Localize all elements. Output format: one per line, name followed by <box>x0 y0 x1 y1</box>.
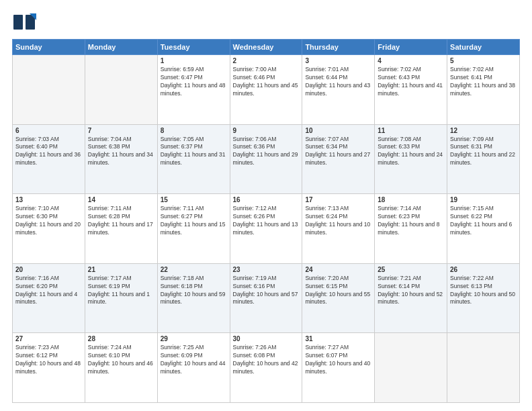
day-info: Sunrise: 7:21 AM Sunset: 6:14 PM Dayligh… <box>378 275 444 307</box>
calendar-cell: 30Sunrise: 7:26 AM Sunset: 6:08 PM Dayli… <box>230 333 302 403</box>
weekday-header-friday: Friday <box>375 40 447 55</box>
day-info: Sunrise: 7:25 AM Sunset: 6:09 PM Dayligh… <box>161 344 227 376</box>
logo <box>12 12 39 32</box>
day-info: Sunrise: 7:11 AM Sunset: 6:27 PM Dayligh… <box>161 205 227 237</box>
calendar-cell: 24Sunrise: 7:20 AM Sunset: 6:15 PM Dayli… <box>302 263 375 333</box>
day-info: Sunrise: 6:59 AM Sunset: 6:47 PM Dayligh… <box>161 66 227 98</box>
day-info: Sunrise: 7:16 AM Sunset: 6:20 PM Dayligh… <box>15 275 82 307</box>
day-info: Sunrise: 7:26 AM Sunset: 6:08 PM Dayligh… <box>233 344 300 376</box>
calendar-cell: 14Sunrise: 7:11 AM Sunset: 6:28 PM Dayli… <box>85 194 157 264</box>
calendar-cell: 4Sunrise: 7:02 AM Sunset: 6:43 PM Daylig… <box>375 55 447 125</box>
calendar-cell: 26Sunrise: 7:22 AM Sunset: 6:13 PM Dayli… <box>447 263 520 333</box>
day-number: 8 <box>161 127 227 134</box>
calendar-cell: 29Sunrise: 7:25 AM Sunset: 6:09 PM Dayli… <box>157 333 230 403</box>
calendar-cell: 11Sunrise: 7:08 AM Sunset: 6:33 PM Dayli… <box>375 124 447 194</box>
day-number: 2 <box>233 57 300 64</box>
weekday-header-row: SundayMondayTuesdayWednesdayThursdayFrid… <box>13 40 520 55</box>
day-info: Sunrise: 7:19 AM Sunset: 6:16 PM Dayligh… <box>233 275 300 307</box>
calendar-cell <box>375 333 447 403</box>
day-number: 24 <box>305 266 371 273</box>
weekday-header-wednesday: Wednesday <box>230 40 302 55</box>
day-number: 16 <box>233 196 300 203</box>
calendar-cell: 18Sunrise: 7:14 AM Sunset: 6:23 PM Dayli… <box>375 194 447 264</box>
day-info: Sunrise: 7:04 AM Sunset: 6:38 PM Dayligh… <box>88 136 154 168</box>
day-info: Sunrise: 7:14 AM Sunset: 6:23 PM Dayligh… <box>378 205 444 237</box>
day-info: Sunrise: 7:06 AM Sunset: 6:36 PM Dayligh… <box>233 136 300 168</box>
day-info: Sunrise: 7:27 AM Sunset: 6:07 PM Dayligh… <box>305 344 371 376</box>
calendar-cell: 2Sunrise: 7:00 AM Sunset: 6:46 PM Daylig… <box>230 55 302 125</box>
calendar-cell: 21Sunrise: 7:17 AM Sunset: 6:19 PM Dayli… <box>85 263 157 333</box>
day-number: 7 <box>88 127 154 134</box>
weekday-header-monday: Monday <box>85 40 157 55</box>
day-number: 14 <box>88 196 154 203</box>
week-row-2: 6Sunrise: 7:03 AM Sunset: 6:40 PM Daylig… <box>13 124 520 194</box>
day-info: Sunrise: 7:13 AM Sunset: 6:24 PM Dayligh… <box>305 205 371 237</box>
day-info: Sunrise: 7:10 AM Sunset: 6:30 PM Dayligh… <box>15 205 82 237</box>
day-info: Sunrise: 7:01 AM Sunset: 6:44 PM Dayligh… <box>305 66 371 98</box>
day-info: Sunrise: 7:17 AM Sunset: 6:19 PM Dayligh… <box>88 275 154 307</box>
weekday-header-saturday: Saturday <box>447 40 520 55</box>
svg-rect-0 <box>13 15 23 30</box>
calendar-cell: 5Sunrise: 7:02 AM Sunset: 6:41 PM Daylig… <box>447 55 520 125</box>
calendar-cell: 1Sunrise: 6:59 AM Sunset: 6:47 PM Daylig… <box>157 55 230 125</box>
calendar-table: SundayMondayTuesdayWednesdayThursdayFrid… <box>12 39 520 403</box>
day-info: Sunrise: 7:23 AM Sunset: 6:12 PM Dayligh… <box>15 344 82 376</box>
calendar-cell: 27Sunrise: 7:23 AM Sunset: 6:12 PM Dayli… <box>13 333 85 403</box>
day-info: Sunrise: 7:11 AM Sunset: 6:28 PM Dayligh… <box>88 205 154 237</box>
calendar-cell: 9Sunrise: 7:06 AM Sunset: 6:36 PM Daylig… <box>230 124 302 194</box>
calendar-cell: 7Sunrise: 7:04 AM Sunset: 6:38 PM Daylig… <box>85 124 157 194</box>
day-number: 31 <box>305 335 371 342</box>
calendar-cell: 20Sunrise: 7:16 AM Sunset: 6:20 PM Dayli… <box>13 263 85 333</box>
calendar-cell: 31Sunrise: 7:27 AM Sunset: 6:07 PM Dayli… <box>302 333 375 403</box>
day-number: 1 <box>161 57 227 64</box>
day-info: Sunrise: 7:07 AM Sunset: 6:34 PM Dayligh… <box>305 136 371 168</box>
day-number: 30 <box>233 335 300 342</box>
day-info: Sunrise: 7:02 AM Sunset: 6:43 PM Dayligh… <box>378 66 444 98</box>
calendar-cell <box>13 55 85 125</box>
day-number: 28 <box>88 335 154 342</box>
day-number: 5 <box>450 57 517 64</box>
day-info: Sunrise: 7:18 AM Sunset: 6:18 PM Dayligh… <box>161 275 227 307</box>
calendar-page: SundayMondayTuesdayWednesdayThursdayFrid… <box>0 0 532 411</box>
calendar-cell: 12Sunrise: 7:09 AM Sunset: 6:31 PM Dayli… <box>447 124 520 194</box>
weekday-header-thursday: Thursday <box>302 40 375 55</box>
week-row-1: 1Sunrise: 6:59 AM Sunset: 6:47 PM Daylig… <box>13 55 520 125</box>
week-row-3: 13Sunrise: 7:10 AM Sunset: 6:30 PM Dayli… <box>13 194 520 264</box>
day-number: 4 <box>378 57 444 64</box>
calendar-cell <box>447 333 520 403</box>
weekday-header-tuesday: Tuesday <box>157 40 230 55</box>
weekday-header-sunday: Sunday <box>13 40 85 55</box>
svg-rect-2 <box>23 14 26 30</box>
calendar-cell: 17Sunrise: 7:13 AM Sunset: 6:24 PM Dayli… <box>302 194 375 264</box>
day-number: 11 <box>378 127 444 134</box>
calendar-cell <box>85 55 157 125</box>
day-info: Sunrise: 7:03 AM Sunset: 6:40 PM Dayligh… <box>15 136 82 168</box>
calendar-cell: 10Sunrise: 7:07 AM Sunset: 6:34 PM Dayli… <box>302 124 375 194</box>
calendar-cell: 6Sunrise: 7:03 AM Sunset: 6:40 PM Daylig… <box>13 124 85 194</box>
calendar-cell: 19Sunrise: 7:15 AM Sunset: 6:22 PM Dayli… <box>447 194 520 264</box>
day-info: Sunrise: 7:20 AM Sunset: 6:15 PM Dayligh… <box>305 275 371 307</box>
calendar-cell: 13Sunrise: 7:10 AM Sunset: 6:30 PM Dayli… <box>13 194 85 264</box>
day-number: 22 <box>161 266 227 273</box>
day-number: 6 <box>15 127 82 134</box>
day-info: Sunrise: 7:24 AM Sunset: 6:10 PM Dayligh… <box>88 344 154 376</box>
day-info: Sunrise: 7:05 AM Sunset: 6:37 PM Dayligh… <box>161 136 227 168</box>
day-info: Sunrise: 7:02 AM Sunset: 6:41 PM Dayligh… <box>450 66 517 98</box>
day-number: 29 <box>161 335 227 342</box>
day-number: 13 <box>15 196 82 203</box>
calendar-cell: 25Sunrise: 7:21 AM Sunset: 6:14 PM Dayli… <box>375 263 447 333</box>
week-row-4: 20Sunrise: 7:16 AM Sunset: 6:20 PM Dayli… <box>13 263 520 333</box>
day-number: 27 <box>15 335 82 342</box>
day-number: 19 <box>450 196 517 203</box>
day-number: 21 <box>88 266 154 273</box>
day-info: Sunrise: 7:00 AM Sunset: 6:46 PM Dayligh… <box>233 66 300 98</box>
day-number: 12 <box>450 127 517 134</box>
day-number: 26 <box>450 266 517 273</box>
day-number: 3 <box>305 57 371 64</box>
calendar-cell: 8Sunrise: 7:05 AM Sunset: 6:37 PM Daylig… <box>157 124 230 194</box>
day-number: 10 <box>305 127 371 134</box>
day-number: 23 <box>233 266 300 273</box>
header <box>12 12 520 32</box>
day-info: Sunrise: 7:12 AM Sunset: 6:26 PM Dayligh… <box>233 205 300 237</box>
day-number: 15 <box>161 196 227 203</box>
